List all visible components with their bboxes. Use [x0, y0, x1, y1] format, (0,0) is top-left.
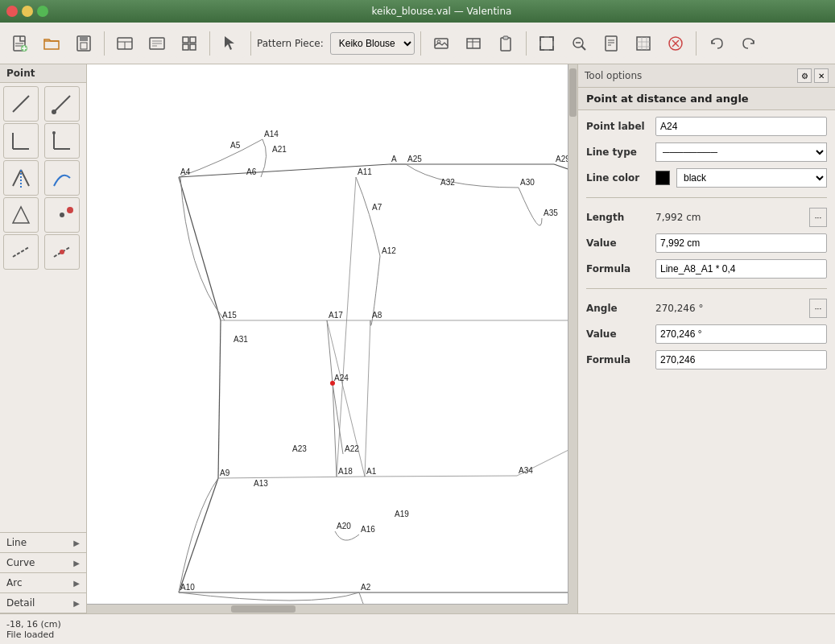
scrollbar-h-thumb[interactable] [231, 605, 296, 613]
svg-line-58 [13, 247, 29, 257]
angle-tool2-button[interactable] [44, 123, 80, 159]
scrollbar-v-thumb[interactable] [569, 68, 577, 117]
new-button[interactable] [5, 29, 34, 58]
point-on-line-button[interactable] [44, 234, 80, 270]
length-menu-button[interactable]: ··· [809, 208, 827, 227]
length-formula-row: Formula [586, 259, 827, 279]
title-bar: keiko_blouse.val — Valentina [0, 0, 835, 23]
line-tool-button[interactable] [3, 86, 39, 122]
bisect-tool-button[interactable] [3, 160, 39, 196]
length-label: Length [586, 212, 651, 223]
svg-point-60 [60, 250, 64, 254]
svg-line-52 [13, 170, 21, 186]
sep3 [250, 31, 251, 56]
left-panel: Point [0, 64, 87, 613]
svg-line-30 [581, 46, 585, 50]
tool-options-title: Point at distance and angle [578, 88, 835, 110]
length-value-input[interactable] [655, 233, 827, 253]
angle-formula-input[interactable] [655, 350, 827, 369]
category-line[interactable]: Line ▶ [0, 533, 86, 553]
svg-rect-36 [637, 37, 650, 50]
svg-point-56 [60, 213, 64, 217]
save-button[interactable] [69, 29, 98, 58]
left-panel-header: Point [0, 64, 86, 83]
angle-formula-row: Formula [586, 350, 827, 369]
close-x-button[interactable] [661, 29, 690, 58]
cursor-button[interactable] [216, 29, 245, 58]
right-panel-header-buttons: ⚙ ✕ [797, 68, 829, 83]
category-arc-arrow: ▶ [73, 579, 80, 588]
angle-value-label: Value [586, 328, 651, 340]
main-area: Point [0, 64, 835, 613]
divider1 [586, 197, 827, 198]
svg-point-51 [52, 131, 56, 134]
table-button[interactable] [459, 29, 488, 58]
layout-button[interactable] [110, 29, 139, 58]
draw-button[interactable] [143, 29, 172, 58]
angle-menu-button[interactable]: ··· [809, 299, 827, 318]
panel-close-button[interactable]: ✕ [814, 68, 829, 83]
redo-button[interactable] [734, 29, 763, 58]
length-formula-label: Formula [586, 263, 651, 275]
svg-rect-7 [80, 36, 88, 41]
status-bar: -18, 16 (cm) File loaded [0, 613, 835, 644]
point-tool-button[interactable] [44, 197, 80, 233]
point-label-input[interactable] [655, 117, 827, 136]
sep6 [696, 31, 697, 56]
svg-rect-16 [183, 37, 188, 43]
length-display: 7,992 cm [655, 212, 804, 223]
svg-rect-28 [540, 37, 553, 50]
pattern-canvas[interactable] [87, 64, 568, 604]
length-value-label: Value [586, 237, 651, 249]
coordinates: -18, 16 (cm) [6, 619, 829, 630]
options-form: Point label Line type ──────── - - - - -… [578, 110, 835, 376]
maximize-window-button[interactable] [37, 6, 48, 17]
divider2 [586, 288, 827, 289]
clipboard-button[interactable] [491, 29, 520, 58]
zoom-out-button[interactable] [564, 29, 593, 58]
status-text: File loaded [6, 630, 829, 640]
curve-point-button[interactable] [44, 160, 80, 196]
minimize-window-button[interactable] [22, 6, 33, 17]
line-type-label: Line type [586, 147, 651, 158]
svg-line-45 [54, 96, 70, 112]
category-line-arrow: ▶ [73, 539, 80, 547]
scrollbar-corner [568, 604, 577, 613]
open-button[interactable] [37, 29, 66, 58]
tool-options-header-label: Tool options [585, 70, 642, 81]
category-detail-arrow: ▶ [73, 599, 80, 608]
category-curve-label: Curve [6, 557, 35, 568]
sep2 [209, 31, 210, 56]
zoom-fit-button[interactable] [532, 29, 561, 58]
pattern-piece-select[interactable]: Keiko Blouse [330, 32, 415, 55]
angle-value-input[interactable] [655, 324, 827, 344]
image-button[interactable] [427, 29, 456, 58]
svg-line-53 [21, 170, 29, 186]
category-curve[interactable]: Curve ▶ [0, 553, 86, 573]
line-type-select[interactable]: ──────── - - - - - ········ [655, 142, 827, 162]
svg-rect-23 [467, 39, 480, 48]
grid2-button[interactable] [629, 29, 658, 58]
line-tool2-button[interactable] [44, 86, 80, 122]
scrollbar-horizontal[interactable] [87, 604, 568, 613]
sep5 [526, 31, 527, 56]
panel-settings-button[interactable]: ⚙ [797, 68, 812, 83]
dash-line-button[interactable] [3, 234, 39, 270]
triangle-tool-button[interactable] [3, 197, 39, 233]
scrollbar-vertical[interactable] [568, 64, 577, 604]
window-controls[interactable] [6, 6, 48, 17]
canvas-inner [87, 64, 568, 604]
toolbar: Pattern Piece: Keiko Blouse [0, 23, 835, 64]
length-formula-input[interactable] [655, 259, 827, 279]
grid-button[interactable] [175, 29, 204, 58]
window-title: keiko_blouse.val — Valentina [55, 6, 829, 17]
zoom-page-button[interactable] [597, 29, 626, 58]
canvas-container[interactable] [87, 64, 577, 613]
line-color-select[interactable]: black [676, 168, 827, 188]
angle-tool-button[interactable] [3, 123, 39, 159]
category-detail[interactable]: Detail ▶ [0, 593, 86, 613]
close-window-button[interactable] [6, 6, 18, 17]
category-arc[interactable]: Arc ▶ [0, 573, 86, 593]
category-line-label: Line [6, 537, 27, 548]
undo-button[interactable] [702, 29, 731, 58]
